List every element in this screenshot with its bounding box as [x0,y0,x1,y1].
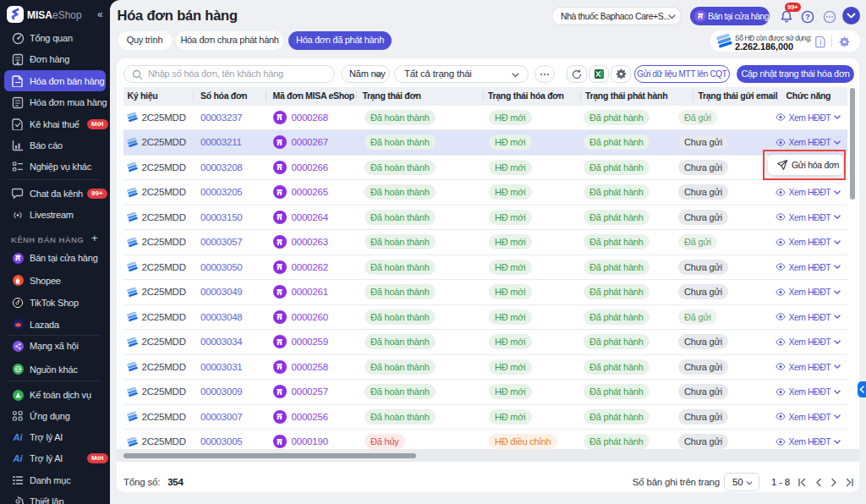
svg-text:?: ? [805,13,810,21]
